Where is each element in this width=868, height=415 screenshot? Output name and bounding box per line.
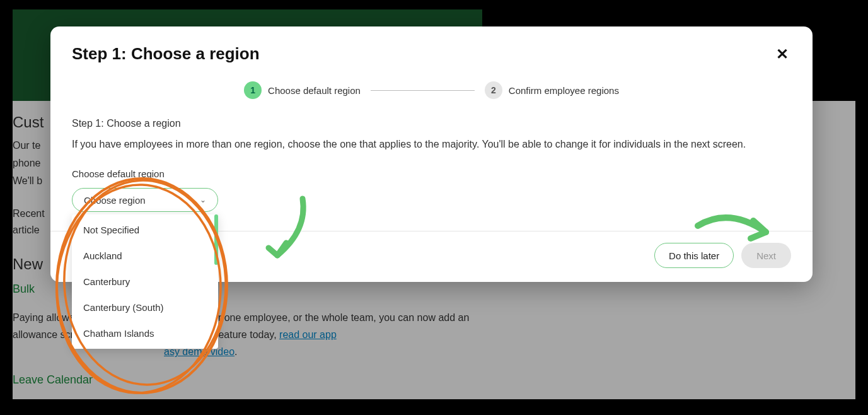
step-1-label: Choose default region bbox=[268, 85, 361, 96]
step-1-number: 1 bbox=[244, 81, 262, 99]
step-connector bbox=[371, 90, 475, 91]
modal-title: Step 1: Choose a region bbox=[72, 44, 260, 64]
region-dropdown: Not Specified Auckland Canterbury Canter… bbox=[72, 214, 218, 349]
region-option-canterbury-south[interactable]: Canterbury (South) bbox=[72, 295, 218, 320]
step-subheading: Step 1: Choose a region bbox=[72, 118, 791, 129]
close-icon: ✕ bbox=[776, 45, 789, 63]
region-option-canterbury[interactable]: Canterbury bbox=[72, 269, 218, 295]
step-2: 2 Confirm employee regions bbox=[485, 81, 619, 99]
modal-header: Step 1: Choose a region ✕ bbox=[72, 44, 791, 64]
dropdown-scrollbar[interactable] bbox=[214, 214, 218, 265]
next-button[interactable]: Next bbox=[741, 243, 791, 268]
step-description: If you have employees in more than one r… bbox=[72, 137, 791, 152]
region-option-chatham[interactable]: Chatham Islands bbox=[72, 320, 218, 346]
step-2-number: 2 bbox=[485, 81, 502, 99]
do-this-later-button[interactable]: Do this later bbox=[654, 243, 734, 268]
step-2-label: Confirm employee regions bbox=[509, 85, 619, 96]
region-select: Choose region ⌄ Not Specified Auckland C… bbox=[72, 188, 218, 212]
region-modal: Step 1: Choose a region ✕ 1 Choose defau… bbox=[50, 26, 813, 282]
region-select-value: Choose region bbox=[84, 195, 146, 206]
step-1: 1 Choose default region bbox=[244, 81, 361, 99]
region-option-not-specified[interactable]: Not Specified bbox=[72, 217, 218, 243]
region-select-trigger[interactable]: Choose region ⌄ bbox=[72, 188, 218, 212]
chevron-down-icon: ⌄ bbox=[200, 196, 206, 204]
region-option-auckland[interactable]: Auckland bbox=[72, 243, 218, 269]
field-label: Choose default region bbox=[72, 168, 791, 179]
stepper: 1 Choose default region 2 Confirm employ… bbox=[72, 81, 791, 99]
close-button[interactable]: ✕ bbox=[773, 45, 791, 63]
